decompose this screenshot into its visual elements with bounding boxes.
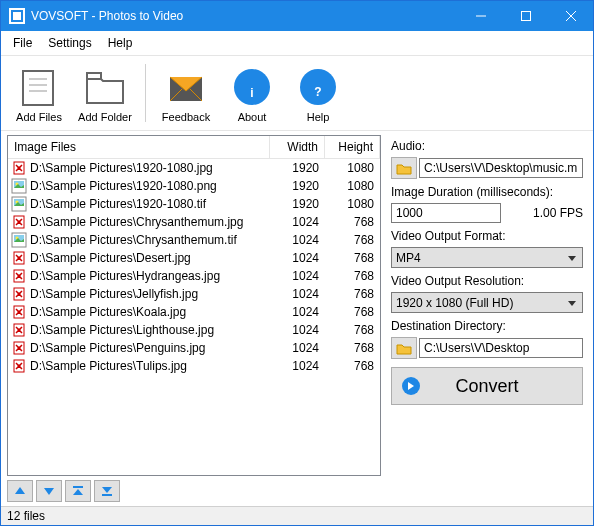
resolution-label: Video Output Resolution: xyxy=(391,274,583,288)
list-row[interactable]: D:\Sample Pictures\Penguins.jpg1024768 xyxy=(8,339,380,357)
file-height: 768 xyxy=(325,323,380,337)
file-width: 1024 xyxy=(270,251,325,265)
move-up-button[interactable] xyxy=(7,480,33,502)
svg-point-24 xyxy=(18,221,21,224)
list-row[interactable]: D:\Sample Pictures\Jellyfish.jpg1024768 xyxy=(8,285,380,303)
file-name: D:\Sample Pictures\Koala.jpg xyxy=(30,305,270,319)
menu-settings[interactable]: Settings xyxy=(40,33,99,53)
dest-input[interactable] xyxy=(419,338,583,358)
dest-browse-button[interactable] xyxy=(391,337,417,359)
svg-text:?: ? xyxy=(314,85,321,99)
file-height: 768 xyxy=(325,341,380,355)
duration-input[interactable] xyxy=(391,203,501,223)
list-row[interactable]: D:\Sample Pictures\1920-1080.jpg19201080 xyxy=(8,159,380,177)
file-name: D:\Sample Pictures\1920-1080.png xyxy=(30,179,270,193)
format-dropdown[interactable]: MP4 xyxy=(391,247,583,268)
format-value: MP4 xyxy=(396,251,421,265)
list-header: Image Files Width Height xyxy=(8,136,380,159)
dest-label: Destination Directory: xyxy=(391,319,583,333)
svg-text:i: i xyxy=(250,86,253,100)
file-width: 1920 xyxy=(270,161,325,175)
settings-panel: Audio: Image Duration (milliseconds): 1.… xyxy=(385,131,593,506)
convert-button[interactable]: Convert xyxy=(391,367,583,405)
audio-label: Audio: xyxy=(391,139,583,153)
svg-point-31 xyxy=(18,275,21,278)
file-type-icon xyxy=(11,250,27,266)
list-row[interactable]: D:\Sample Pictures\Hydrangeas.jpg1024768 xyxy=(8,267,380,285)
svg-point-37 xyxy=(18,329,21,332)
file-name: D:\Sample Pictures\Penguins.jpg xyxy=(30,341,270,355)
file-type-icon xyxy=(11,160,27,176)
header-height[interactable]: Height xyxy=(325,136,380,158)
add-files-button[interactable]: Add Files xyxy=(7,60,71,126)
resolution-dropdown[interactable]: 1920 x 1080 (Full HD) xyxy=(391,292,583,313)
list-row[interactable]: D:\Sample Pictures\Koala.jpg1024768 xyxy=(8,303,380,321)
svg-rect-3 xyxy=(521,12,530,21)
file-list[interactable]: Image Files Width Height D:\Sample Pictu… xyxy=(7,135,381,476)
list-row[interactable]: D:\Sample Pictures\Chrysanthemum.jpg1024… xyxy=(8,213,380,231)
file-name: D:\Sample Pictures\Jellyfish.jpg xyxy=(30,287,270,301)
file-width: 1024 xyxy=(270,305,325,319)
file-type-icon xyxy=(11,286,27,302)
add-folder-icon xyxy=(81,65,129,109)
move-top-button[interactable] xyxy=(65,480,91,502)
file-width: 1024 xyxy=(270,359,325,373)
file-height: 1080 xyxy=(325,197,380,211)
menu-help[interactable]: Help xyxy=(100,33,141,53)
list-row[interactable]: D:\Sample Pictures\Tulips.jpg1024768 xyxy=(8,357,380,375)
status-text: 12 files xyxy=(7,509,45,523)
svg-point-35 xyxy=(18,311,21,314)
file-height: 768 xyxy=(325,305,380,319)
file-width: 1920 xyxy=(270,179,325,193)
file-height: 768 xyxy=(325,287,380,301)
svg-point-29 xyxy=(18,257,21,260)
file-width: 1024 xyxy=(270,215,325,229)
about-label: About xyxy=(238,111,267,123)
file-height: 1080 xyxy=(325,179,380,193)
list-row[interactable]: D:\Sample Pictures\Lighthouse.jpg1024768 xyxy=(8,321,380,339)
header-name[interactable]: Image Files xyxy=(8,136,270,158)
minimize-button[interactable] xyxy=(458,1,503,31)
move-bottom-button[interactable] xyxy=(94,480,120,502)
maximize-button[interactable] xyxy=(503,1,548,31)
help-label: Help xyxy=(307,111,330,123)
toolbar: Add Files Add Folder Feedback i About ? … xyxy=(1,56,593,131)
svg-point-39 xyxy=(18,347,21,350)
svg-rect-10 xyxy=(87,73,101,79)
file-name: D:\Sample Pictures\Chrysanthemum.jpg xyxy=(30,215,270,229)
file-name: D:\Sample Pictures\1920-1080.jpg xyxy=(30,161,270,175)
feedback-button[interactable]: Feedback xyxy=(154,60,218,126)
file-width: 1024 xyxy=(270,233,325,247)
file-type-icon xyxy=(11,322,27,338)
svg-point-33 xyxy=(18,293,21,296)
list-row[interactable]: D:\Sample Pictures\1920-1080.png19201080 xyxy=(8,177,380,195)
file-height: 768 xyxy=(325,215,380,229)
help-button[interactable]: ? Help xyxy=(286,60,350,126)
help-icon: ? xyxy=(294,65,342,109)
file-name: D:\Sample Pictures\Tulips.jpg xyxy=(30,359,270,373)
add-files-label: Add Files xyxy=(16,111,62,123)
file-name: D:\Sample Pictures\Hydrangeas.jpg xyxy=(30,269,270,283)
window-title: VOVSOFT - Photos to Video xyxy=(31,9,458,23)
format-label: Video Output Format: xyxy=(391,229,583,243)
add-folder-button[interactable]: Add Folder xyxy=(73,60,137,126)
nav-buttons xyxy=(7,476,381,506)
about-button[interactable]: i About xyxy=(220,60,284,126)
header-width[interactable]: Width xyxy=(270,136,325,158)
file-type-icon xyxy=(11,196,27,212)
menu-file[interactable]: File xyxy=(5,33,40,53)
file-height: 768 xyxy=(325,251,380,265)
list-row[interactable]: D:\Sample Pictures\Desert.jpg1024768 xyxy=(8,249,380,267)
move-down-button[interactable] xyxy=(36,480,62,502)
audio-browse-button[interactable] xyxy=(391,157,417,179)
close-button[interactable] xyxy=(548,1,593,31)
file-name: D:\Sample Pictures\1920-1080.tif xyxy=(30,197,270,211)
convert-label: Convert xyxy=(455,376,518,397)
file-height: 768 xyxy=(325,233,380,247)
list-row[interactable]: D:\Sample Pictures\Chrysanthemum.tif1024… xyxy=(8,231,380,249)
list-row[interactable]: D:\Sample Pictures\1920-1080.tif19201080 xyxy=(8,195,380,213)
audio-input[interactable] xyxy=(419,158,583,178)
statusbar: 12 files xyxy=(1,506,593,525)
menubar: File Settings Help xyxy=(1,31,593,56)
feedback-icon xyxy=(162,65,210,109)
